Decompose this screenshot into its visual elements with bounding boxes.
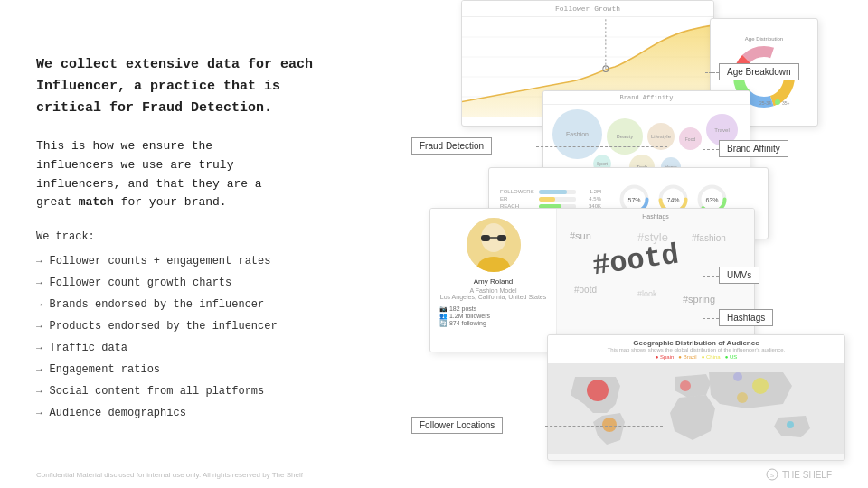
profile-desc: A Fashion ModelLos Angeles, California, …	[439, 287, 547, 300]
map-main-title: Geographic Distribution of Audience	[552, 339, 841, 347]
list-item: → Traffic data	[36, 337, 380, 359]
hashtag-style: #style	[637, 230, 668, 244]
svg-text:35+: 35+	[782, 100, 790, 106]
brand-affinity-title: Brand Affinity	[543, 91, 750, 105]
bubble-2: Beauty	[607, 118, 643, 155]
track-item-2: Follower count growth charts	[50, 272, 232, 294]
map-legend: ● Spain ● Brazil ● China ● US	[552, 354, 841, 360]
main-heading: We collect extensive data for each Influ…	[36, 54, 380, 119]
hashtag-fashion2: #fashion	[692, 233, 726, 243]
svg-point-35	[587, 380, 609, 401]
track-item-5: Traffic data	[50, 337, 127, 359]
footer: Confidential Material disclosed for inte…	[0, 468, 868, 481]
hashtag-ootd: #ootd	[590, 238, 681, 283]
list-item: → Follower count growth charts	[36, 272, 380, 294]
svg-rect-31	[481, 235, 490, 241]
hashtags-dotted-line	[703, 318, 719, 319]
svg-text:74%: 74%	[666, 197, 679, 203]
svg-text:Age Distribution: Age Distribution	[745, 36, 783, 42]
track-item-6: Engagement ratios	[50, 359, 160, 380]
arrow-icon: →	[36, 273, 42, 293]
arrow-icon: →	[36, 381, 42, 401]
list-item: → Brands endorsed by the influencer	[36, 294, 380, 315]
umv-dotted-line	[703, 276, 719, 277]
brand-affinity-label: Brand Affinity	[719, 140, 788, 157]
svg-point-38	[752, 378, 769, 394]
arrow-icon: →	[36, 338, 42, 358]
hashtag-spring: #spring	[683, 294, 715, 305]
left-panel: We collect extensive data for each Influ…	[36, 54, 380, 424]
arrow-icon: →	[36, 360, 42, 380]
track-item-4: Products endorsed by the influencer	[50, 315, 278, 337]
arrow-icon: →	[36, 251, 42, 271]
hashtags-label: Hashtags	[719, 309, 773, 326]
hashtag-ootd2: #ootd	[574, 285, 597, 295]
svg-text:63%: 63%	[705, 197, 718, 203]
bubble-4: Food	[679, 127, 702, 150]
age-breakdown-label: Age Breakdown	[719, 63, 799, 80]
hashtag-sun: #sun	[570, 230, 591, 241]
hashtag-look: #look	[637, 289, 657, 298]
svg-point-36	[602, 418, 617, 432]
svg-text:25-34: 25-34	[760, 100, 771, 106]
profile-stats: 📷 182 posts 👥 1.2M followers 🔄 874 follo…	[439, 305, 547, 327]
screenshot-stack: Follower Growth	[411, 0, 868, 470]
svg-point-17	[775, 99, 780, 105]
bar-row: FOLLOWERS 1.2M	[500, 189, 601, 194]
hashtags-title: Hashtags	[561, 213, 750, 220]
list-item: → Audience demographics	[36, 402, 380, 424]
svg-text:57%: 57%	[627, 197, 640, 203]
track-item-8: Audience demographics	[50, 402, 186, 424]
brand-name: THE SHELF	[782, 470, 832, 480]
profile-hashtag-card: Amy Roland A Fashion ModelLos Angeles, C…	[429, 208, 755, 352]
list-item: → Products endorsed by the influencer	[36, 315, 380, 337]
map-card: Geographic Distribution of Audience This…	[547, 334, 845, 461]
age-dotted-line	[705, 72, 719, 73]
svg-point-15	[752, 99, 758, 105]
arrow-icon: →	[36, 403, 42, 423]
track-item-7: Social content from all platforms	[50, 380, 265, 402]
follower-locations-label: Follower Locations	[411, 417, 503, 434]
list-item: → Social content from all platforms	[36, 380, 380, 402]
track-item-3: Brands endorsed by the influencer	[50, 294, 265, 315]
map-title: Geographic Distribution of Audience This…	[548, 335, 844, 363]
arrow-icon: →	[36, 295, 42, 314]
subtitle: This is how we ensure the influencers we…	[36, 137, 380, 212]
svg-point-40	[737, 392, 748, 403]
profile-avatar	[467, 218, 521, 272]
we-track-label: We track:	[36, 230, 380, 243]
fraud-dotted-line	[536, 146, 667, 147]
svg-point-37	[680, 380, 691, 391]
svg-point-41	[787, 421, 794, 428]
fraud-detection-label: Fraud Detection	[411, 137, 492, 155]
brand-dotted-line	[703, 149, 719, 150]
follower-dotted-line	[545, 426, 663, 427]
arrow-icon: →	[36, 316, 42, 336]
svg-rect-32	[497, 235, 506, 241]
track-item-1: Follower counts + engagement rates	[50, 250, 271, 272]
profile-name: Amy Roland	[439, 277, 547, 286]
umv-label: UMVs	[719, 267, 760, 284]
map-svg-area	[548, 363, 844, 461]
bar-row: ER 4.5%	[500, 196, 601, 202]
confidential-text: Confidential Material disclosed for inte…	[36, 471, 303, 479]
bubble-1: Fashion	[552, 109, 602, 159]
svg-text:S: S	[770, 473, 774, 478]
shelf-logo-icon: S	[766, 468, 778, 481]
right-panel: Follower Growth	[411, 0, 868, 470]
list-item: → Follower counts + engagement rates	[36, 250, 380, 272]
profile-section: Amy Roland A Fashion ModelLos Angeles, C…	[430, 209, 557, 352]
map-subtitle: This map shows shows the global distribu…	[552, 347, 841, 352]
svg-point-39	[733, 372, 742, 381]
list-item: → Engagement ratios	[36, 359, 380, 380]
chart-title: Follower Growth	[462, 1, 713, 17]
brand-logo: S THE SHELF	[766, 468, 832, 481]
track-list: → Follower counts + engagement rates → F…	[36, 250, 380, 424]
